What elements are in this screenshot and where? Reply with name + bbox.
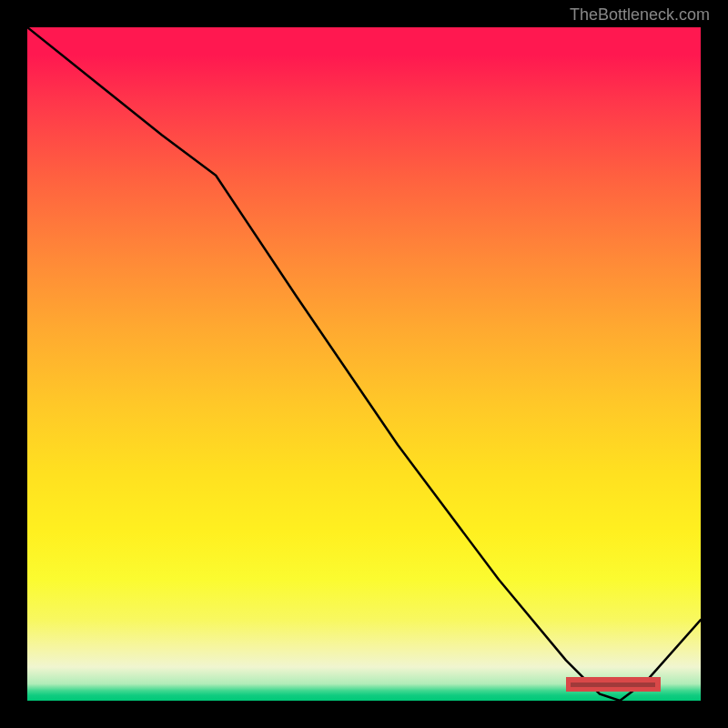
curve-svg [27, 27, 701, 701]
optimal-range-marker [566, 677, 661, 692]
watermark-text: TheBottleneck.com [570, 5, 710, 25]
bottleneck-curve [27, 27, 701, 701]
plot-area [27, 27, 701, 701]
marker-inner [571, 682, 655, 687]
